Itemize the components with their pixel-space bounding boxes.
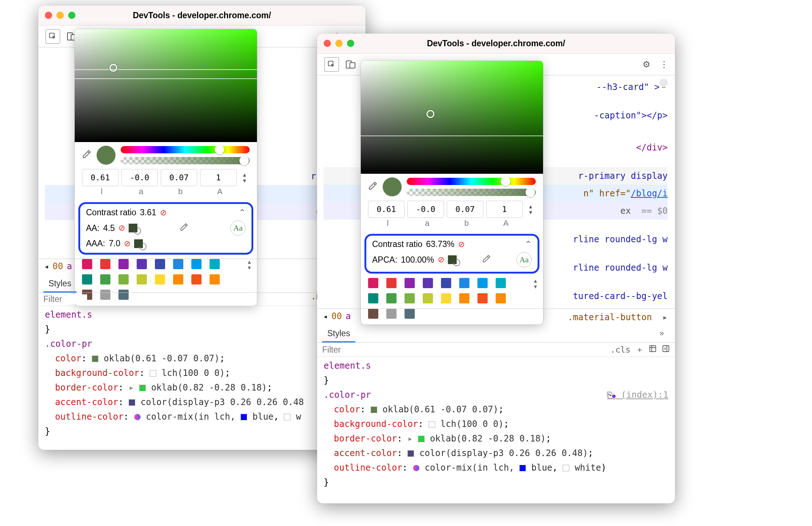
alpha-thumb[interactable] [526, 188, 535, 197]
cls-button[interactable]: .cls [610, 345, 631, 354]
zoom-icon[interactable] [68, 12, 75, 19]
eyedropper-icon[interactable] [82, 149, 91, 161]
color-mix-icon[interactable] [413, 465, 419, 471]
palette-swatch[interactable] [496, 293, 506, 303]
alpha-thumb[interactable] [239, 156, 249, 165]
computed-icon[interactable] [649, 345, 657, 355]
value-a[interactable]: -0.0 [121, 169, 158, 186]
tab-styles[interactable]: Styles [43, 276, 77, 293]
breadcrumb[interactable]: ◂ 00 a [38, 259, 366, 274]
source-link[interactable]: ⎘● (index):1 [607, 388, 668, 403]
crumb-prev-icon[interactable]: ◂ [44, 262, 49, 271]
color-swatch-icon[interactable] [150, 370, 156, 377]
crumb-index[interactable]: 00 [331, 311, 342, 321]
color-swatch-icon[interactable] [371, 407, 377, 413]
value-alpha[interactable]: 1 [200, 169, 237, 186]
palette-swatch[interactable] [368, 293, 378, 303]
value-alpha[interactable]: 1 [486, 201, 523, 218]
kebab-icon[interactable]: ⋮ [657, 59, 671, 70]
color-swatch-icon[interactable] [139, 385, 146, 391]
palette-swatch[interactable] [423, 293, 433, 303]
close-icon[interactable] [324, 40, 331, 47]
device-mode-button[interactable] [343, 57, 358, 72]
palette-swatch[interactable] [496, 278, 506, 288]
css-rules[interactable]: element.s } .color-pr ⎘● (index):1 color… [317, 357, 675, 493]
value-b[interactable]: 0.07 [447, 201, 483, 218]
crumb-prev-icon[interactable]: ◂ [323, 312, 328, 321]
minimize-icon[interactable] [56, 12, 64, 19]
palette-swatch[interactable] [459, 293, 469, 303]
palette-swatch[interactable] [423, 278, 433, 288]
close-icon[interactable] [45, 12, 52, 19]
aa-preview-button[interactable]: Aa [516, 252, 532, 267]
palette-swatch[interactable] [441, 293, 451, 303]
saturation-value-area[interactable] [75, 29, 257, 142]
color-swatch-icon[interactable] [563, 465, 569, 471]
color-swatch-icon[interactable] [429, 421, 435, 428]
hue-thumb[interactable] [215, 145, 224, 154]
color-swatch-icon[interactable] [519, 465, 526, 471]
sv-cursor[interactable] [109, 64, 117, 72]
zoom-icon[interactable] [347, 40, 354, 47]
color-swatch-icon[interactable] [407, 450, 414, 457]
breadcrumb[interactable]: ◂ 00 a [317, 309, 675, 323]
value-l[interactable]: 0.61 [368, 201, 405, 218]
palette-swatch[interactable] [477, 278, 488, 288]
gear-icon[interactable]: ⚙ [640, 59, 653, 70]
palette-switch[interactable]: ▲▼ [533, 278, 538, 290]
new-rule-icon[interactable]: ＋ [636, 344, 644, 355]
overflow-icon[interactable]: ⋯ [660, 79, 668, 87]
href-link[interactable]: /blog/i [631, 188, 668, 199]
color-swatch-icon[interactable] [129, 399, 135, 406]
inspect-button[interactable] [46, 29, 60, 44]
crumb-index[interactable]: 00 [52, 261, 63, 271]
value-a[interactable]: -0.0 [407, 201, 444, 218]
value-l[interactable]: 0.61 [82, 169, 118, 186]
palette-swatch[interactable] [386, 278, 397, 288]
suggest-swatch-icon[interactable] [448, 255, 457, 264]
filter-input[interactable] [43, 294, 87, 304]
collapse-icon[interactable]: ⌃ [525, 239, 532, 249]
aa-preview-button[interactable]: Aa [230, 220, 246, 236]
palette-swatch[interactable] [386, 293, 397, 303]
suggest-swatch-icon[interactable] [129, 224, 137, 232]
inspect-button[interactable] [324, 57, 339, 72]
contrast-line-apca [361, 136, 543, 136]
fail-icon: ⊘ [124, 239, 130, 248]
color-swatch-icon[interactable] [92, 356, 98, 362]
crumb-selector[interactable]: a [67, 261, 72, 271]
more-icon[interactable]: » [655, 326, 669, 342]
color-swatch-icon[interactable] [418, 436, 425, 442]
saturation-value-area[interactable] [361, 61, 543, 174]
bg-eyedropper-icon[interactable] [180, 223, 188, 233]
sv-cursor[interactable] [426, 110, 434, 118]
color-swatch-icon[interactable] [241, 414, 247, 420]
palette-swatch[interactable] [459, 278, 469, 288]
color-swatch-icon[interactable] [284, 414, 290, 420]
collapse-icon[interactable]: ⌃ [239, 208, 246, 217]
palette-swatch[interactable] [441, 278, 451, 288]
hue-thumb[interactable] [501, 177, 510, 186]
eyedropper-icon[interactable] [368, 181, 378, 193]
minimize-icon[interactable] [335, 40, 343, 47]
suggest-swatch-icon[interactable] [134, 239, 143, 248]
palette-swatch[interactable] [477, 293, 488, 303]
hue-slider[interactable] [121, 146, 250, 153]
color-mix-icon[interactable] [134, 414, 141, 420]
palette-swatch[interactable] [405, 293, 415, 303]
css-rules[interactable]: element.s } .color-pr color: oklab(0.61 … [38, 306, 366, 442]
sidebar-icon[interactable] [662, 345, 670, 355]
format-switch[interactable]: ▲▼ [526, 204, 536, 215]
crumb-selector[interactable]: a [346, 311, 351, 321]
palette-swatch[interactable] [368, 278, 378, 288]
bg-eyedropper-icon[interactable] [482, 254, 491, 265]
alpha-slider[interactable] [407, 189, 536, 196]
tab-styles[interactable]: Styles [322, 326, 355, 342]
palette-swatch[interactable] [405, 278, 415, 288]
alpha-slider[interactable] [121, 157, 250, 164]
filter-input[interactable] [322, 345, 366, 355]
rule-selector: element.s [324, 361, 371, 371]
value-b[interactable]: 0.07 [161, 169, 197, 186]
format-switch[interactable]: ▲▼ [239, 172, 250, 184]
hue-slider[interactable] [407, 178, 536, 185]
